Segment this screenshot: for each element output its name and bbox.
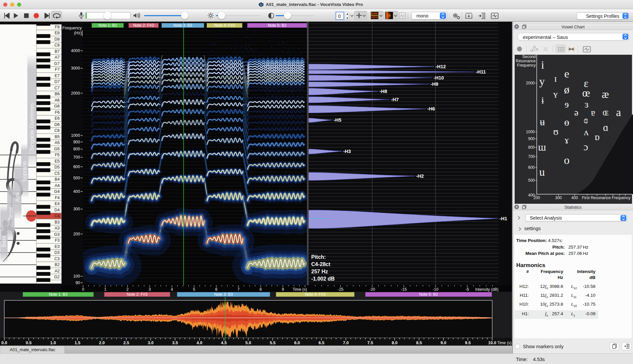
svg-text:ɘ: ɘ — [565, 99, 569, 109]
svg-text:D7: D7 — [54, 79, 60, 84]
svg-text:500: 500 — [73, 176, 80, 180]
svg-text:B2: B2 — [55, 262, 60, 267]
svg-text:F5: F5 — [55, 153, 60, 157]
svg-text:500: 500 — [528, 178, 535, 183]
svg-text:6.0: 6.0 — [294, 341, 300, 345]
svg-text:400: 400 — [73, 189, 80, 194]
svg-text:E6: E6 — [55, 116, 60, 121]
svg-text:-H1: -H1 — [499, 216, 507, 221]
svg-text:200: 200 — [73, 232, 80, 236]
svg-text:C7: C7 — [54, 86, 60, 90]
svg-text:A4: A4 — [55, 183, 60, 188]
svg-text:7: 7 — [237, 287, 240, 292]
svg-text:700: 700 — [73, 155, 80, 160]
svg-text:o: o — [564, 154, 570, 166]
svg-text:-20: -20 — [369, 287, 375, 292]
svg-text:(Hz): (Hz) — [74, 31, 82, 35]
svg-text:0.5: 0.5 — [26, 341, 31, 345]
svg-text:1000: 1000 — [71, 133, 80, 138]
svg-text:Frequency: Frequency — [62, 26, 82, 30]
svg-text:9: 9 — [282, 287, 284, 292]
svg-text:ɒ: ɒ — [594, 132, 599, 142]
svg-text:-H2: -H2 — [416, 173, 424, 179]
svg-text:Time (s): Time (s) — [292, 287, 307, 292]
svg-text:-25: -25 — [338, 287, 344, 292]
svg-text:E4: E4 — [55, 201, 60, 206]
svg-text:2000: 2000 — [526, 81, 535, 85]
svg-text:-H12: -H12 — [436, 64, 446, 69]
svg-text:ɔ: ɔ — [584, 141, 588, 153]
svg-text:a: a — [616, 106, 621, 118]
svg-text:ɶ: ɶ — [603, 107, 609, 117]
svg-text:ɪ: ɪ — [554, 73, 557, 84]
svg-text:ɑ: ɑ — [603, 122, 608, 133]
svg-text:G7: G7 — [54, 61, 60, 66]
svg-text:7.5: 7.5 — [367, 341, 373, 345]
svg-text:y: y — [539, 75, 545, 87]
svg-text:œ: œ — [582, 87, 590, 99]
svg-text:F6: F6 — [55, 110, 60, 115]
svg-text:300: 300 — [73, 207, 80, 211]
svg-text:i: i — [541, 59, 544, 71]
svg-text:G6: G6 — [54, 104, 60, 108]
svg-text:-1.002 dB: -1.002 dB — [311, 276, 335, 282]
svg-text:G3: G3 — [54, 232, 60, 237]
svg-text:A6: A6 — [55, 98, 60, 103]
svg-text:2.5: 2.5 — [123, 341, 129, 345]
svg-text:B4: B4 — [55, 177, 60, 182]
svg-text:Tenor: Tenor — [8, 207, 14, 221]
svg-text:A3: A3 — [55, 226, 60, 230]
svg-text:ɜ: ɜ — [585, 99, 588, 109]
svg-text:Bass: Bass — [1, 235, 7, 248]
svg-text:257 Hz: 257 Hz — [311, 269, 328, 274]
svg-text:-H8: -H8 — [379, 89, 387, 94]
svg-text:F8: F8 — [55, 25, 60, 29]
svg-text:D4: D4 — [54, 208, 60, 212]
svg-text:300: 300 — [555, 196, 562, 200]
svg-text:Frequency: Frequency — [517, 63, 536, 68]
svg-text:F4: F4 — [55, 196, 60, 200]
svg-text:Alto: Alto — [15, 193, 20, 202]
svg-text:G5: G5 — [54, 147, 60, 151]
svg-text:ɐ: ɐ — [591, 107, 595, 118]
svg-text:700: 700 — [528, 154, 535, 159]
svg-text:F7: F7 — [55, 67, 60, 72]
svg-text:6.5: 6.5 — [318, 341, 324, 345]
svg-text:900: 900 — [528, 136, 535, 141]
svg-text:9.0: 9.0 — [440, 341, 446, 345]
svg-text:-H3: -H3 — [343, 149, 351, 154]
svg-text:C6: C6 — [54, 128, 60, 133]
svg-text:ø: ø — [564, 84, 570, 96]
svg-text:4: 4 — [171, 287, 173, 292]
svg-text:D6: D6 — [54, 122, 60, 127]
svg-text:æ: æ — [602, 88, 609, 100]
svg-text:Resonance: Resonance — [516, 59, 536, 63]
svg-text:2: 2 — [126, 287, 129, 292]
svg-text:ɤ: ɤ — [565, 135, 569, 145]
svg-text:3: 3 — [149, 287, 151, 292]
svg-text:-5: -5 — [466, 287, 469, 292]
svg-text:Singable Overtones: Singable Overtones — [29, 103, 35, 151]
svg-text:-H10: -H10 — [434, 75, 444, 80]
svg-text:D8: D8 — [54, 37, 60, 42]
svg-text:1000: 1000 — [526, 130, 535, 134]
svg-text:Intensity (dB): Intensity (dB) — [475, 287, 498, 292]
svg-text:3000: 3000 — [71, 66, 80, 71]
svg-text:0: 0 — [82, 287, 84, 292]
svg-text:600: 600 — [528, 165, 535, 170]
svg-text:2.0: 2.0 — [99, 341, 105, 345]
svg-text:C4-28ct: C4-28ct — [311, 261, 330, 267]
svg-text:Second: Second — [522, 54, 536, 59]
svg-text:ʉ: ʉ — [540, 116, 545, 128]
svg-text:C3: C3 — [54, 257, 60, 261]
svg-text:E3: E3 — [55, 244, 60, 249]
svg-text:90: 90 — [75, 281, 80, 285]
svg-text:-H7: -H7 — [391, 97, 399, 102]
svg-text:7.0: 7.0 — [343, 341, 348, 345]
svg-text:1.0: 1.0 — [50, 341, 56, 345]
svg-text:100: 100 — [73, 274, 80, 279]
svg-text:5.0: 5.0 — [245, 341, 251, 345]
svg-text:F3: F3 — [55, 238, 60, 243]
svg-text:First Resonance Frequency: First Resonance Frequency — [582, 196, 630, 200]
svg-text:5.5: 5.5 — [270, 341, 275, 345]
